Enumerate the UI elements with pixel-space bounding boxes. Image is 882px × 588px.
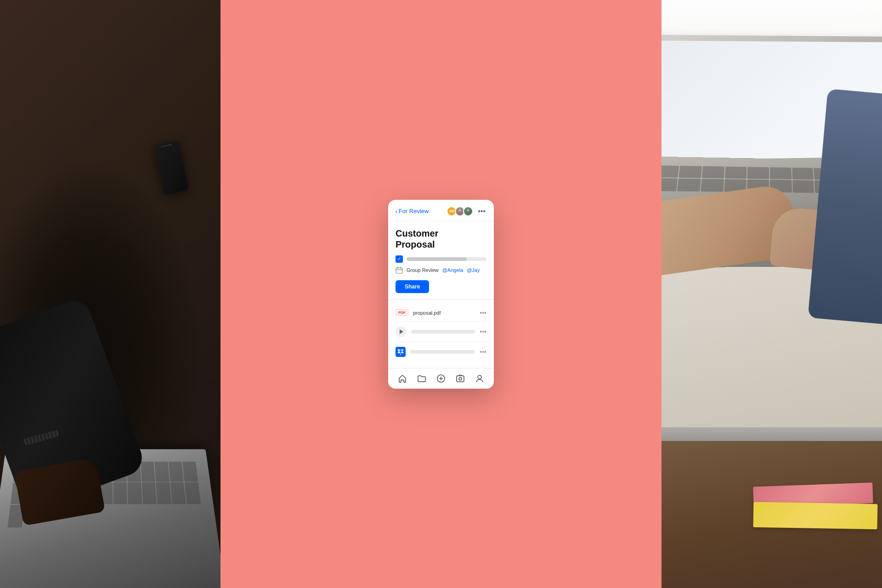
avatar-user2 <box>463 206 473 216</box>
center-panel: ‹ For Review DB •• <box>220 0 662 588</box>
phone-speaker <box>161 144 172 147</box>
card-body: CustomerProposal ✓ <box>388 221 494 368</box>
add-nav-icon[interactable] <box>436 374 446 383</box>
dropbox-icon <box>396 347 406 357</box>
user-nav-icon[interactable] <box>475 374 484 383</box>
group-review-row: Group Review @Angela @Jay <box>396 266 486 274</box>
key <box>770 167 792 179</box>
key <box>185 482 201 504</box>
calendar-icon <box>396 266 403 274</box>
file-name-pdf: proposal.pdf <box>413 310 475 316</box>
avatars-row: DB <box>447 206 473 216</box>
photo-nav-icon[interactable] <box>456 374 465 383</box>
file-row-pdf[interactable]: PDF proposal.pdf ••• <box>396 305 486 322</box>
bottom-nav <box>388 368 494 389</box>
folder-nav-icon[interactable] <box>417 374 426 383</box>
share-button[interactable]: Share <box>396 280 429 293</box>
divider <box>388 300 494 300</box>
mention-angela[interactable]: @Angela <box>442 267 463 273</box>
key <box>155 462 170 482</box>
key <box>169 462 184 482</box>
key <box>747 167 769 179</box>
notebook-yellow <box>753 502 878 530</box>
svg-point-0 <box>458 209 462 212</box>
file-row-dropbox[interactable]: ••• <box>396 342 486 362</box>
key <box>113 482 127 504</box>
key <box>702 166 724 179</box>
key <box>677 179 701 192</box>
laptop-edge-right <box>662 427 882 441</box>
key <box>725 167 747 179</box>
phone-card: ‹ For Review DB •• <box>388 200 494 389</box>
back-button[interactable]: ‹ For Review <box>396 208 429 215</box>
svg-point-14 <box>478 375 481 379</box>
key <box>792 168 814 180</box>
card-header: ‹ For Review DB •• <box>388 200 494 221</box>
mention-jay[interactable]: @Jay <box>467 267 480 273</box>
file-row-video[interactable]: ••• <box>396 322 486 342</box>
svg-point-2 <box>467 209 470 212</box>
key <box>679 166 702 178</box>
key <box>142 482 157 504</box>
svg-rect-12 <box>457 376 464 382</box>
key <box>662 178 678 191</box>
key <box>141 462 155 482</box>
file-placeholder-dropbox <box>410 350 475 354</box>
play-icon <box>396 326 407 337</box>
key <box>182 462 198 482</box>
key <box>170 482 186 504</box>
file-placeholder-video <box>411 330 475 334</box>
key <box>156 482 171 504</box>
pdf-icon: PDF <box>396 309 408 316</box>
key <box>128 482 142 504</box>
progress-bar-fill <box>407 257 467 261</box>
home-nav-icon[interactable] <box>398 374 407 383</box>
document-title: CustomerProposal <box>396 228 486 250</box>
folder-name: For Review <box>399 208 429 215</box>
svg-rect-4 <box>396 268 402 273</box>
right-panel <box>662 0 882 588</box>
key <box>662 165 679 178</box>
dropbox-more-button[interactable]: ••• <box>480 348 486 356</box>
svg-point-3 <box>465 212 470 215</box>
left-panel <box>0 0 220 588</box>
video-more-button[interactable]: ••• <box>480 328 486 335</box>
more-options-button[interactable]: ••• <box>477 206 486 216</box>
checkbox[interactable]: ✓ <box>396 255 403 263</box>
progress-bar-container <box>407 257 486 261</box>
key <box>701 179 724 192</box>
pdf-more-button[interactable]: ••• <box>480 309 486 317</box>
svg-point-13 <box>459 377 462 380</box>
check-mark: ✓ <box>397 257 401 261</box>
key <box>792 181 814 193</box>
play-triangle <box>400 329 403 334</box>
back-chevron-icon: ‹ <box>396 208 398 215</box>
svg-point-8 <box>400 353 401 354</box>
group-review-label: Group Review <box>407 267 439 273</box>
checkbox-row: ✓ <box>396 255 486 263</box>
svg-point-1 <box>457 212 462 215</box>
